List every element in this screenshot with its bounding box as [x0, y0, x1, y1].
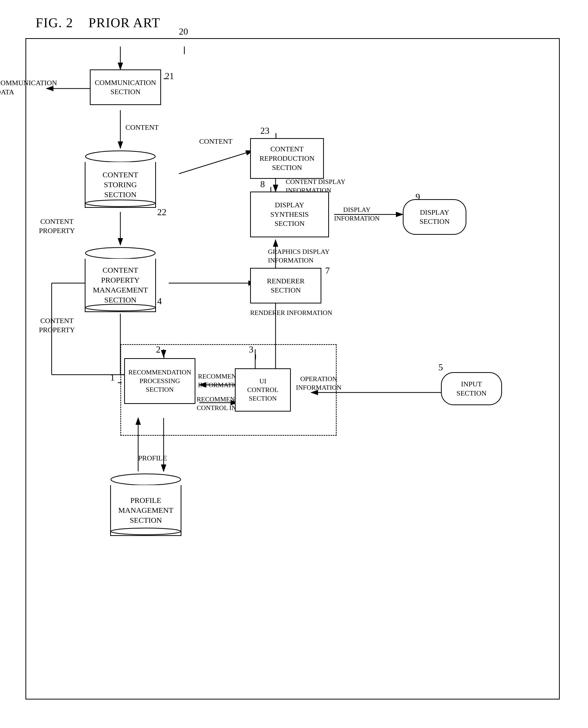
- fig-label: FIG. 2: [36, 16, 73, 30]
- label-22: 22: [157, 207, 166, 217]
- content-reproduction-label: CONTENT REPRODUCTION SECTION: [259, 145, 314, 172]
- prior-art-label: PRIOR ART: [88, 16, 160, 30]
- renderer-section-label: RENDERER SECTION: [267, 277, 304, 295]
- label-1: 1: [110, 372, 115, 383]
- svg-point-28: [85, 248, 155, 259]
- label-5: 5: [438, 362, 443, 373]
- profile-mgmt-label: PROFILE MANAGEMENT SECTION: [118, 495, 173, 525]
- display-section-label: DISPLAY SECTION: [420, 208, 449, 227]
- svg-point-27: [85, 200, 155, 207]
- tick-21: [164, 78, 169, 79]
- label-4: 4: [157, 296, 162, 306]
- content-property-mgmt-cylinder: CONTENT PROPERTY MANAGEMENT SECTION: [85, 242, 156, 316]
- communication-section-box: COMMUNICATION SECTION: [90, 69, 161, 105]
- tick-1: [118, 382, 122, 383]
- content-reproduction-box: CONTENT REPRODUCTION SECTION: [250, 138, 324, 179]
- communication-section-label: COMMUNICATION SECTION: [94, 78, 156, 97]
- input-section-label: INPUT SECTION: [457, 380, 486, 398]
- label-8: 8: [260, 179, 265, 190]
- ui-control-section-box: UI CONTROL SECTION: [235, 368, 291, 411]
- svg-point-31: [111, 528, 181, 535]
- figure-title: FIG. 2 PRIOR ART: [36, 15, 160, 30]
- renderer-section-box: RENDERER SECTION: [250, 268, 321, 303]
- svg-point-30: [111, 474, 181, 485]
- diagram-container: 20 COMMUNICATION SECTION 21 COMMUNICATIO…: [25, 38, 560, 700]
- content-top-label: CONTENT: [125, 123, 159, 132]
- renderer-info-label: RENDERER INFORMATION: [250, 308, 332, 317]
- label-3: 3: [249, 344, 253, 355]
- content-storing-cylinder: CONTENT STORING SECTION: [85, 146, 156, 212]
- content-property-bottom-label: CONTENT PROPERTY: [39, 316, 75, 335]
- display-info-label: DISPLAY INFORMATION: [334, 206, 380, 223]
- operation-info-label: OPERATION INFORMATION: [296, 375, 341, 392]
- display-synthesis-label: DISPLAY SYNTHESIS SECTION: [271, 200, 309, 228]
- svg-point-29: [85, 304, 155, 311]
- display-synthesis-box: DISPLAY SYNTHESIS SECTION: [250, 192, 329, 237]
- svg-point-26: [85, 151, 155, 162]
- profile-label: PROFILE: [138, 453, 167, 463]
- content-right-label: CONTENT: [199, 137, 233, 146]
- tick-3: [255, 354, 256, 359]
- svg-line-4: [179, 151, 253, 174]
- input-section-box: INPUT SECTION: [441, 372, 502, 405]
- content-storing-label: CONTENT STORING SECTION: [103, 170, 138, 199]
- graphics-display-info-label: GRAPHICS DISPLAY INFORMATION: [268, 248, 330, 265]
- label-20: 20: [179, 26, 188, 37]
- label-21: 21: [165, 71, 174, 81]
- label-7: 7: [325, 265, 330, 276]
- content-property-top-label: CONTENT PROPERTY: [39, 217, 75, 236]
- label-2: 2: [156, 344, 161, 355]
- ui-control-label: UI CONTROL SECTION: [247, 377, 279, 403]
- content-property-mgmt-label: CONTENT PROPERTY MANAGEMENT SECTION: [93, 265, 148, 305]
- label-23: 23: [260, 125, 270, 136]
- recommendation-processing-box: RECOMMENDATION PROCESSING SECTION: [124, 358, 195, 404]
- communication-data-label: COMMUNICATION DATA: [0, 78, 57, 97]
- tick-20: [184, 46, 185, 54]
- display-section-box: DISPLAY SECTION: [403, 199, 466, 235]
- profile-mgmt-cylinder: PROFILE MANAGEMENT SECTION: [110, 469, 182, 540]
- recommendation-processing-label: RECOMMENDATION PROCESSING SECTION: [128, 368, 191, 394]
